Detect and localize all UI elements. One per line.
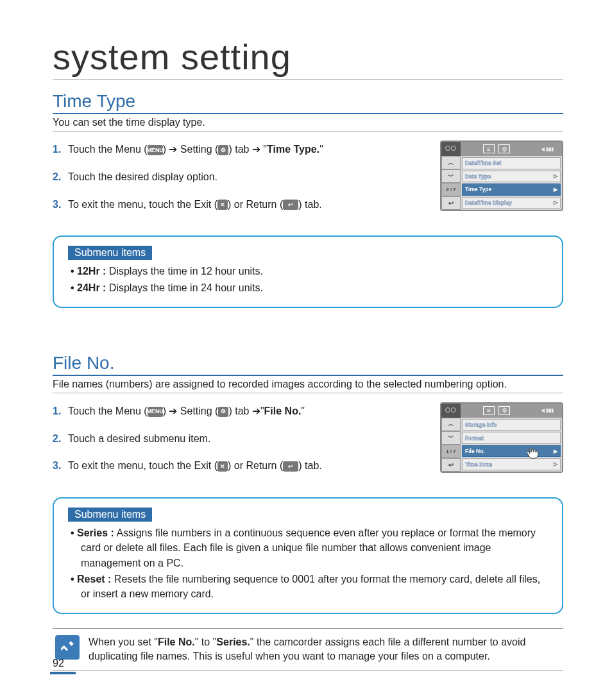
menu-list: Storage Info Format File No.▶ Time Zone▷ [461, 418, 562, 472]
note-bold: File No. [158, 636, 195, 647]
step-1: Touch the Menu (MENU) ➔ Setting (⚙) tab … [53, 141, 427, 159]
item-text: Assigns file numbers in a continuous seq… [81, 527, 536, 568]
menu-icon: MENU [148, 407, 163, 417]
step-text: Touch the desired display option. [68, 168, 427, 187]
section-intro: You can set the time display type. [53, 117, 563, 132]
row-label: File No. [465, 448, 485, 454]
section-heading: File No. [53, 353, 563, 376]
section-time-type: Time Type You can set the time display t… [53, 91, 563, 308]
note-icon [55, 635, 80, 660]
step-text: To exit the menu, touch the Exit ( [68, 460, 217, 471]
return-icon: ↩ [283, 461, 298, 472]
step-bold: Time Type. [267, 144, 319, 155]
step-text: ) tab. [298, 460, 321, 471]
battery-icon: ◀ ▮▮▮ [532, 404, 562, 418]
battery-icon: ◀ ▮▮▮ [532, 142, 562, 156]
scroll-up-button[interactable]: ︿ [441, 156, 461, 169]
item-bold: Reset : [77, 574, 111, 585]
item-text: Displays the time in 24 hour units. [106, 282, 263, 293]
rec-indicator-icon [441, 404, 461, 418]
row-right: ▶ [554, 448, 557, 454]
row-right: ▷ [554, 173, 557, 179]
menu-row[interactable]: Date/Time Display▷ [462, 197, 561, 209]
step-bold: File No. [264, 405, 302, 416]
step-text: ) ➔ Setting ( [163, 405, 219, 416]
section-file-no: File No. File names (numbers) are assign… [53, 353, 563, 671]
screen-preview-file-no: ≡ ⚙ ◀ ▮▮▮ ︿ ﹀ 1 / 7 ↩ Storage Info Forma… [440, 402, 563, 473]
step-text: ) tab ➔ " [228, 144, 267, 155]
page-indicator: 1 / 7 [441, 445, 461, 458]
return-button[interactable]: ↩ [441, 458, 461, 472]
row-right: ▶ [554, 187, 557, 192]
step-2: Touch the desired display option. [53, 168, 427, 187]
menu-row-selected[interactable]: Time Type▶ [462, 184, 561, 196]
submenu-box: Submenu items 12Hr : Displays the time i… [53, 235, 563, 307]
item-text: Displays the time in 12 hour units. [106, 266, 263, 277]
gear-icon: ⚙ [218, 407, 228, 417]
submenu-label: Submenu items [68, 508, 152, 522]
step-text: Touch the Menu ( [68, 144, 148, 155]
note-text: " to " [195, 636, 217, 647]
list-tab-icon: ≡ [483, 144, 495, 153]
return-button[interactable]: ↩ [441, 196, 461, 210]
submenu-label: Submenu items [68, 246, 152, 260]
menu-row[interactable]: Time Zone▷ [462, 458, 561, 470]
step-text: " [301, 405, 305, 416]
row-label: Date/Time Set [465, 160, 501, 166]
close-icon: ✕ [217, 200, 228, 210]
scroll-down-button[interactable]: ﹀ [441, 169, 461, 183]
row-label: Date Type [465, 173, 491, 180]
rec-indicator-icon [441, 142, 461, 156]
scroll-down-button[interactable]: ﹀ [441, 431, 461, 445]
item-text: Resets the file numbering sequence to 00… [81, 574, 540, 599]
list-tab-icon: ≡ [483, 406, 495, 415]
submenu-item: 12Hr : Displays the time in 12 hour unit… [71, 264, 548, 278]
page-title: system setting [53, 36, 563, 80]
note-callout: When you set "File No." to "Series." the… [53, 628, 563, 671]
row-label: Storage Info [465, 422, 497, 428]
item-bold: Series : [77, 527, 114, 538]
submenu-item: 24Hr : Displays the time in 24 hour unit… [71, 280, 548, 295]
row-label: Date/Time Display [465, 200, 512, 206]
row-right: ▷ [554, 461, 557, 467]
row-label: Format [465, 435, 484, 441]
section-heading: Time Type [53, 91, 563, 114]
item-bold: 24Hr : [77, 282, 106, 293]
return-icon: ↩ [283, 200, 298, 210]
submenu-box: Submenu items Series : Assigns file numb… [53, 497, 563, 614]
menu-row[interactable]: Date Type▷ [462, 171, 561, 183]
step-text: ) or Return ( [228, 460, 283, 471]
step-text: ) tab. [298, 199, 321, 210]
row-label: Time Zone [465, 461, 492, 468]
scroll-up-button[interactable]: ︿ [441, 418, 461, 431]
submenu-item: Reset : Resets the file numbering sequen… [71, 572, 548, 601]
steps-list: Touch the Menu (MENU) ➔ Setting (⚙) tab … [53, 402, 427, 484]
item-bold: 12Hr : [77, 266, 106, 277]
gear-tab-icon: ⚙ [498, 406, 510, 415]
note-text: When you set " [89, 636, 158, 647]
row-label: Time Type [465, 186, 491, 192]
step-text: " [319, 144, 323, 155]
step-3: To exit the menu, touch the Exit (✕) or … [53, 457, 427, 475]
menu-row-selected[interactable]: File No.▶ [462, 445, 561, 457]
row-right: ▷ [554, 200, 557, 205]
gear-tab-icon: ⚙ [498, 144, 510, 153]
step-2: Touch a desired submenu item. [53, 430, 427, 448]
close-icon: ✕ [217, 461, 228, 472]
step-text: To exit the menu, touch the Exit ( [68, 199, 217, 210]
step-text: Touch a desired submenu item. [68, 430, 427, 448]
screen-preview-time-type: ≡ ⚙ ◀ ▮▮▮ ︿ ﹀ 2 / 7 ↩ Date/Time Set Date… [440, 141, 563, 211]
note-bold: Series. [216, 636, 250, 647]
menu-row[interactable]: Date/Time Set [462, 157, 561, 169]
page-number: 92 [53, 658, 76, 674]
page-indicator: 2 / 7 [441, 183, 461, 196]
menu-list: Date/Time Set Date Type▷ Time Type▶ Date… [461, 156, 562, 210]
step-text: Touch the Menu ( [68, 405, 148, 416]
step-1: Touch the Menu (MENU) ➔ Setting (⚙) tab … [53, 402, 427, 421]
step-text: ) ➔ Setting ( [163, 144, 219, 155]
submenu-item: Series : Assigns file numbers in a conti… [71, 525, 548, 570]
menu-row[interactable]: Format [462, 432, 561, 444]
steps-list: Touch the Menu (MENU) ➔ Setting (⚙) tab … [53, 141, 427, 223]
step-text: ) tab ➔" [228, 405, 264, 416]
menu-row[interactable]: Storage Info [462, 419, 561, 431]
